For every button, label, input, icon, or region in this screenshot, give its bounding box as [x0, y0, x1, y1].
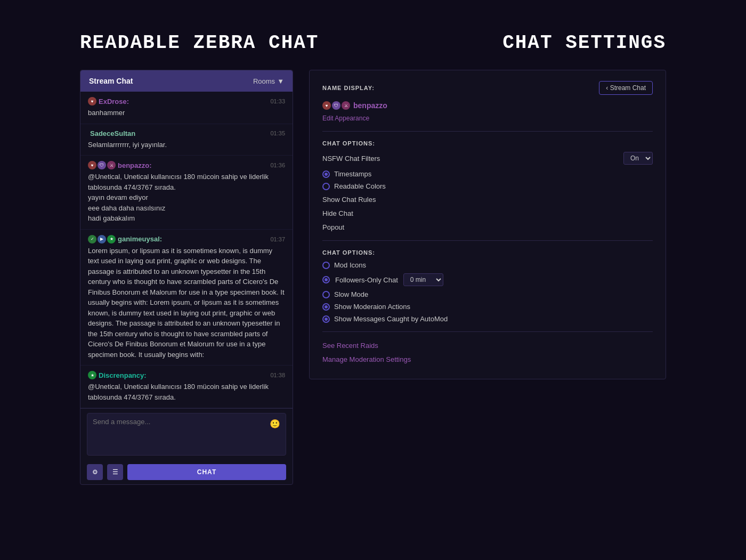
- readable-colors-label: Readable Colors: [334, 182, 386, 190]
- chat-footer: ⚙ ☰ CHAT: [80, 460, 293, 484]
- message-meta: ♥ 🛡 ⚔ benpazzo: 01:36: [88, 161, 285, 169]
- followers-only-select[interactable]: 0 min 5 min 10 min 30 min: [403, 273, 443, 286]
- see-recent-raids-row: See Recent Raids: [322, 340, 653, 350]
- heart-badge-icon: ♥: [88, 97, 96, 105]
- chat-options-2-label: CHAT OPTIONS:: [322, 249, 375, 256]
- popout-row: Popout: [322, 222, 653, 232]
- divider-3: [322, 331, 653, 332]
- slow-mode-row[interactable]: Slow Mode: [322, 290, 653, 298]
- chat-input-wrapper[interactable]: 🙂: [87, 413, 286, 456]
- readable-colors-row[interactable]: Readable Colors: [322, 182, 653, 190]
- hide-chat-label[interactable]: Hide Chat: [322, 209, 353, 217]
- shield-badge-icon: 🛡: [332, 101, 340, 110]
- name-display-header: NAME DISPLAY: ‹ Stream Chat: [322, 81, 653, 95]
- rooms-button[interactable]: Rooms ▼: [253, 77, 284, 85]
- message-text: @Unetical, Unetical kullanıcısı 180 müco…: [88, 172, 285, 224]
- slow-mode-radio[interactable]: [322, 291, 330, 298]
- show-chat-rules-row: Show Chat Rules: [322, 194, 653, 204]
- message-text: @Unetical, Unetical kullanıcısı 180 müco…: [88, 382, 285, 402]
- mod-icons-row[interactable]: Mod Icons: [322, 261, 653, 269]
- divider-2: [322, 240, 653, 241]
- heart-badge-icon: ♥: [322, 101, 331, 110]
- message-time: 01:36: [270, 162, 285, 168]
- author-name: SadeceSultan: [90, 129, 135, 137]
- show-moderation-radio[interactable]: [322, 303, 330, 311]
- message-time: 01:38: [270, 372, 285, 378]
- author-name: ExDrose:: [99, 98, 129, 105]
- author-name: Discrenpancy:: [99, 371, 147, 379]
- message-time: 01:35: [270, 130, 285, 136]
- mod-icons-radio[interactable]: [322, 262, 330, 269]
- show-automod-label: Show Messages Caught by AutoMod: [334, 315, 448, 323]
- message-time: 01:37: [270, 236, 285, 242]
- author-badges: ♥ 🛡 ⚔: [88, 161, 116, 169]
- stream-chat-button[interactable]: ‹ Stream Chat: [599, 81, 653, 95]
- chat-send-button[interactable]: CHAT: [127, 464, 286, 480]
- author-badges: ★: [88, 371, 96, 379]
- see-recent-raids-link[interactable]: See Recent Raids: [322, 342, 378, 350]
- user-badges: ♥ 🛡 ⚔: [322, 101, 350, 110]
- sword-badge-icon: ⚔: [342, 101, 350, 110]
- chat-input-area: 🙂: [80, 408, 293, 460]
- chat-header: Stream Chat Rooms ▼: [80, 70, 293, 92]
- message-item: ♥ 🛡 ⚔ benpazzo: 01:36 @Unetical, Unetica…: [80, 156, 293, 230]
- message-item: ★ Discrenpancy: 01:38 @Unetical, Unetica…: [80, 366, 293, 408]
- chat-input[interactable]: [93, 418, 270, 434]
- show-automod-radio[interactable]: [322, 315, 330, 323]
- message-item: SadeceSultan 01:35 Selamlarrrrrrr, iyi y…: [80, 124, 293, 156]
- manage-moderation-row: Manage Moderation Settings: [322, 354, 653, 364]
- show-moderation-row[interactable]: Show Moderaion Actions: [322, 303, 653, 311]
- hide-chat-row: Hide Chat: [322, 208, 653, 218]
- app-main-title: READABLE ZEBRA CHAT: [80, 32, 319, 54]
- author-name: ganimeuysal:: [118, 235, 162, 243]
- readable-colors-radio[interactable]: [322, 183, 330, 190]
- message-author: ✓ ▶ ★ ganimeuysal:: [88, 235, 162, 244]
- check-badge-icon: ✓: [88, 235, 96, 244]
- followers-only-label: Followers-Only Chat: [335, 276, 398, 284]
- nsfw-select[interactable]: On Off: [623, 152, 653, 165]
- name-display-label: NAME DISPLAY:: [322, 85, 375, 91]
- edit-appearance-link[interactable]: Edit Appearance: [322, 115, 369, 122]
- sword-badge-icon: ⚔: [107, 161, 116, 169]
- message-item: ♥ ExDrose: 01:33 banhammer: [80, 92, 293, 124]
- show-chat-rules-label[interactable]: Show Chat Rules: [322, 196, 376, 204]
- rooms-label: Rooms: [253, 77, 275, 85]
- nsfw-label: NSFW Chat Filters: [322, 155, 380, 163]
- chat-messages: ♥ ExDrose: 01:33 banhammer SadeceSultan: [80, 92, 293, 408]
- gear-icon: ⚙: [92, 468, 98, 476]
- timestamps-radio[interactable]: [322, 171, 330, 178]
- emoji-button[interactable]: 🙂: [270, 419, 280, 429]
- nsfw-row: NSFW Chat Filters On Off: [322, 152, 653, 165]
- show-moderation-label: Show Moderaion Actions: [334, 303, 410, 311]
- message-meta: SadeceSultan 01:35: [88, 129, 285, 137]
- settings-icon-button[interactable]: ⚙: [87, 464, 103, 480]
- message-text: Selamlarrrrrrr, iyi yayınlar.: [88, 140, 285, 150]
- popout-label[interactable]: Popout: [322, 223, 344, 231]
- message-author: ♥ ExDrose:: [88, 97, 129, 105]
- mod-icons-label: Mod Icons: [334, 261, 366, 269]
- divider: [322, 131, 653, 132]
- followers-only-radio[interactable]: [322, 276, 330, 283]
- message-text: banhammer: [88, 108, 285, 118]
- timestamps-label: Timestamps: [334, 170, 371, 178]
- show-automod-row[interactable]: Show Messages Caught by AutoMod: [322, 315, 653, 323]
- name-display-row: ♥ 🛡 ⚔ benpazzo: [322, 101, 653, 110]
- message-time: 01:33: [270, 98, 285, 104]
- display-name: benpazzo: [353, 101, 387, 110]
- message-item: ✓ ▶ ★ ganimeuysal: 01:37 Lorem ipsum, or…: [80, 230, 293, 366]
- author-badges: ♥: [88, 97, 96, 105]
- message-author: SadeceSultan: [88, 129, 135, 137]
- chat-options-header: CHAT OPTIONS:: [322, 140, 653, 147]
- author-badges: ✓ ▶ ★: [88, 235, 116, 244]
- star-badge-icon: ★: [107, 235, 116, 244]
- chat-options-label: CHAT OPTIONS:: [322, 140, 375, 147]
- star-badge-icon: ★: [88, 371, 96, 379]
- message-author: ★ Discrenpancy:: [88, 371, 147, 379]
- manage-moderation-link[interactable]: Manage Moderation Settings: [322, 355, 411, 363]
- followers-only-row: Followers-Only Chat 0 min 5 min 10 min 3…: [322, 273, 653, 286]
- rooms-chevron-icon: ▼: [277, 77, 284, 85]
- slow-mode-label: Slow Mode: [334, 290, 368, 298]
- timestamps-row[interactable]: Timestamps: [322, 170, 653, 178]
- list-icon-button[interactable]: ☰: [107, 464, 123, 480]
- settings-panel: NAME DISPLAY: ‹ Stream Chat ♥ 🛡 ⚔ benpaz…: [309, 70, 666, 379]
